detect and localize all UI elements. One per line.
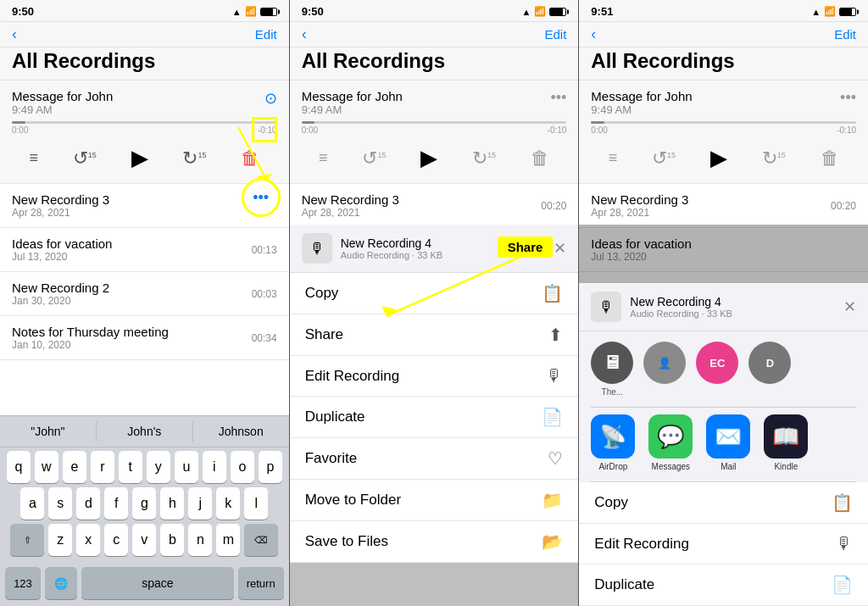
kb-key-l[interactable]: l (244, 487, 268, 520)
suggestion-1-0[interactable]: "John" (0, 421, 97, 442)
kb-key-n[interactable]: n (188, 524, 212, 556)
kb-key-t[interactable]: t (119, 451, 142, 483)
battery-fill-3 (840, 8, 852, 15)
menu-item-copy-3[interactable]: Copy 📋 (579, 482, 868, 524)
kb-key-u[interactable]: u (175, 451, 198, 483)
list-item-1-1[interactable]: Ideas for vacation Jul 13, 2020 00:13 (0, 228, 289, 272)
menu-item-edit-3[interactable]: Edit Recording 🎙 (579, 524, 868, 564)
kb-key-p[interactable]: p (259, 451, 282, 483)
more-btn-2[interactable]: ••• (550, 89, 566, 107)
kb-key-k[interactable]: k (216, 487, 240, 520)
play-btn-3[interactable]: ▶ (710, 145, 727, 171)
edit-btn-3[interactable]: Edit (834, 27, 856, 42)
filter-btn-2[interactable]: ≡ (319, 149, 328, 167)
battery-icon-1 (260, 8, 277, 16)
avatar-3: D (748, 342, 791, 384)
time-2: 9:50 (302, 5, 324, 18)
menu-item-copy-2[interactable]: Copy 📋 (290, 273, 579, 314)
back-btn-3[interactable]: ‹ (591, 25, 596, 43)
kb-key-g[interactable]: g (132, 487, 156, 520)
list-item-2-0[interactable]: New Recording 3 Apr 28, 2021 00:20 (290, 184, 579, 228)
menu-item-move-2[interactable]: Move to Folder 📁 (290, 480, 579, 521)
menu-item-edit-2[interactable]: Edit Recording 🎙 (290, 356, 579, 397)
suggestion-1-1[interactable]: John's (97, 421, 193, 442)
close-btn-2[interactable]: ✕ (554, 239, 566, 258)
share-app-airdrop[interactable]: 📡 AirDrop (591, 414, 635, 471)
edit-btn-1[interactable]: Edit (255, 27, 277, 42)
forward-btn-1[interactable]: ↻15 (182, 147, 206, 170)
filter-btn-3[interactable]: ≡ (609, 149, 618, 167)
delete-btn-1[interactable]: 🗑 (241, 147, 259, 170)
kb-key-delete[interactable]: ⌫ (244, 524, 278, 556)
menu-item-fav-2[interactable]: Favorite ♡ (290, 438, 579, 480)
kb-key-w[interactable]: w (35, 451, 58, 483)
kb-key-s[interactable]: s (48, 487, 72, 520)
progress-bar-3[interactable]: 0:00 -0:10 (591, 121, 856, 135)
suggestion-1-2[interactable]: Johnson (193, 421, 289, 442)
rewind-btn-1[interactable]: ↺15 (73, 147, 97, 170)
more-btn-1[interactable]: ⊙ (264, 90, 277, 107)
kb-key-z[interactable]: z (48, 524, 72, 556)
contact-avatar-0[interactable]: 🖥 The... (591, 342, 633, 397)
rewind-btn-3[interactable]: ↺15 (652, 147, 676, 170)
kb-key-r[interactable]: r (91, 451, 114, 483)
list-item-3-0[interactable]: New Recording 3 Apr 28, 2021 00:20 (579, 184, 868, 228)
kb-key-b[interactable]: b (160, 524, 184, 556)
kb-key-h[interactable]: h (160, 487, 184, 520)
status-icons-1: ▲ 📶 (232, 6, 277, 17)
kb-key-f[interactable]: f (104, 487, 128, 520)
progress-bar-1[interactable]: 0:00 -0:10 (12, 121, 277, 135)
kb-key-j[interactable]: j (188, 487, 212, 520)
kb-key-q[interactable]: q (7, 451, 31, 483)
delete-btn-2[interactable]: 🗑 (531, 147, 549, 170)
share-app-kindle[interactable]: 📖 Kindle (764, 414, 808, 471)
kb-key-shift[interactable]: ⇧ (10, 524, 44, 556)
kb-key-123[interactable]: 123 (5, 567, 41, 599)
edit-btn-2[interactable]: Edit (544, 27, 566, 42)
back-btn-1[interactable]: ‹ (12, 25, 17, 43)
kb-key-i[interactable]: i (203, 451, 226, 483)
kb-key-v[interactable]: v (132, 524, 156, 556)
forward-btn-3[interactable]: ↻15 (762, 147, 786, 170)
forward-btn-2[interactable]: ↻15 (472, 147, 496, 170)
zoomed-more-btn-1[interactable]: ••• (242, 178, 281, 217)
kb-key-a[interactable]: a (20, 487, 44, 520)
menu-item-dup-3[interactable]: Duplicate 📄 (579, 564, 868, 606)
kb-key-e[interactable]: e (63, 451, 86, 483)
filter-btn-1[interactable]: ≡ (29, 149, 38, 167)
kb-key-c[interactable]: c (104, 524, 128, 556)
recording-name-1: Message for John 9:49 AM (12, 89, 113, 116)
kb-key-emoji[interactable]: 🌐 (45, 567, 77, 599)
more-btn-3[interactable]: ••• (840, 89, 856, 107)
kb-key-x[interactable]: x (76, 524, 100, 556)
share-app-mail[interactable]: ✉️ Mail (706, 414, 750, 471)
contact-avatar-3[interactable]: D (748, 342, 791, 397)
contact-avatar-1[interactable]: 👤 (643, 342, 686, 397)
delete-btn-3[interactable]: 🗑 (821, 147, 839, 170)
screenshots-container: 9:50 ▲ 📶 ‹ Edit All Recordings Message f… (0, 0, 868, 606)
close-btn-3[interactable]: ✕ (843, 297, 856, 316)
back-btn-2[interactable]: ‹ (302, 25, 307, 43)
kb-key-d[interactable]: d (76, 487, 100, 520)
menu-item-dup-2[interactable]: Duplicate 📄 (290, 397, 579, 438)
progress-bar-2[interactable]: 0:00 -0:10 (302, 121, 567, 135)
kb-key-return[interactable]: return (238, 567, 284, 599)
rewind-btn-2[interactable]: ↺15 (362, 147, 386, 170)
share-app-messages[interactable]: 💬 Messages (648, 414, 693, 471)
contact-avatar-2[interactable]: EC (696, 342, 738, 397)
menu-item-save-2[interactable]: Save to Files 📂 (290, 521, 579, 563)
kb-key-o[interactable]: o (231, 451, 254, 483)
kindle-icon: 📖 (764, 414, 808, 459)
menu-item-share-2[interactable]: Share ⬆ (290, 314, 579, 356)
kb-row-1-2: ⇧ z x c v b n m ⌫ (3, 524, 286, 556)
play-btn-2[interactable]: ▶ (420, 145, 437, 171)
kb-key-m[interactable]: m (216, 524, 240, 556)
kb-key-y[interactable]: y (147, 451, 170, 483)
play-btn-1[interactable]: ▶ (131, 145, 148, 171)
share-contacts-3: 🖥 The... 👤 EC D (579, 331, 868, 407)
kb-row-1-1: a s d f g h j k l (3, 487, 286, 520)
list-item-1-2[interactable]: New Recording 2 Jan 30, 2020 00:03 (0, 272, 289, 316)
kb-key-space[interactable]: space (81, 567, 234, 599)
avatar-0: 🖥 (591, 342, 633, 384)
list-item-1-3[interactable]: Notes for Thursday meeting Jan 10, 2020 … (0, 316, 289, 360)
